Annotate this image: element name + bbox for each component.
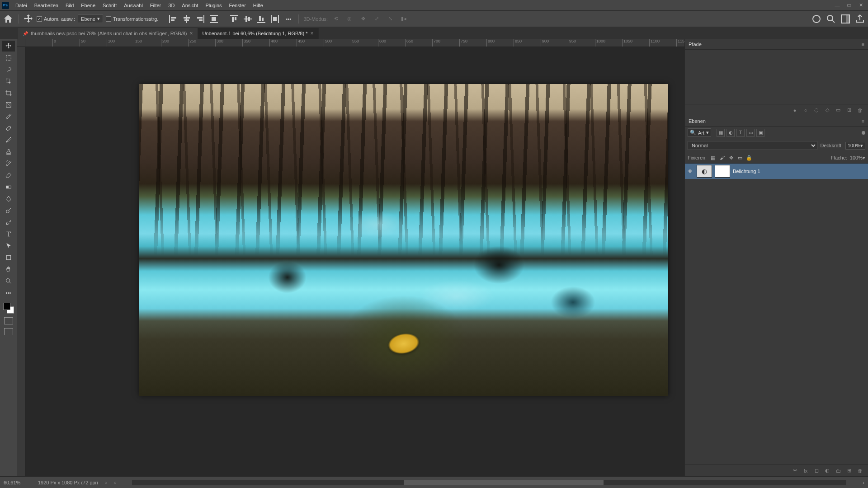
transform-controls-checkbox[interactable]: Transformationsstrg. xyxy=(106,16,158,22)
layer-fx-icon[interactable]: fx xyxy=(802,467,809,474)
filter-smart-icon[interactable]: ▣ xyxy=(756,129,764,137)
menu-hilfe[interactable]: Hilfe xyxy=(250,1,267,10)
align-bottom-icon[interactable] xyxy=(256,14,267,24)
layer-mask-thumb[interactable] xyxy=(715,165,730,178)
new-adjustment-icon[interactable]: ◐ xyxy=(824,467,831,474)
ruler-vertical[interactable] xyxy=(17,47,25,476)
panel-menu-icon[interactable]: ≡ xyxy=(862,42,864,47)
align-center-h-icon[interactable] xyxy=(181,14,192,24)
zoom-tool[interactable] xyxy=(2,276,15,286)
type-tool[interactable] xyxy=(2,229,15,239)
horizontal-scrollbar[interactable] xyxy=(132,480,846,485)
hand-tool[interactable] xyxy=(2,264,15,275)
quickmask-icon[interactable] xyxy=(4,317,13,324)
eraser-tool[interactable] xyxy=(2,170,15,181)
filter-toggle[interactable] xyxy=(862,131,865,135)
fill-input[interactable]: 100%▾ xyxy=(850,155,865,161)
ruler-origin[interactable] xyxy=(17,39,25,47)
lock-artboard-icon[interactable]: ▭ xyxy=(736,154,744,161)
auto-select-target-dropdown[interactable]: Ebene ▾ xyxy=(78,14,103,23)
menu-ebene[interactable]: Ebene xyxy=(77,1,99,10)
marquee-tool[interactable] xyxy=(2,52,15,63)
align-top-icon[interactable] xyxy=(229,14,240,24)
tab-close-icon[interactable]: × xyxy=(189,30,193,37)
move-tool[interactable] xyxy=(2,41,15,52)
frame-tool[interactable] xyxy=(2,99,15,110)
eyedropper-tool[interactable] xyxy=(2,111,15,122)
menu-schrift[interactable]: Schrift xyxy=(99,1,120,10)
share-icon[interactable] xyxy=(854,14,865,24)
menu-bild[interactable]: Bild xyxy=(62,1,77,10)
home-icon[interactable] xyxy=(3,14,14,24)
layer-row[interactable]: 👁 ◐ Belichtung 1 xyxy=(685,164,868,179)
more-options-icon[interactable]: ••• xyxy=(283,14,294,24)
menu-filter[interactable]: Filter xyxy=(146,1,165,10)
camera-3d-icon[interactable]: ▮◂ xyxy=(398,14,409,24)
path-to-selection-icon[interactable]: ◌ xyxy=(813,107,820,114)
make-workpath-icon[interactable]: ◇ xyxy=(824,107,831,114)
menu-datei[interactable]: Datei xyxy=(12,1,31,10)
paths-panel-tab[interactable]: Pfade ≡ xyxy=(685,39,868,50)
delete-path-icon[interactable]: 🗑 xyxy=(856,107,863,114)
dodge-tool[interactable] xyxy=(2,205,15,216)
menu-auswahl[interactable]: Auswahl xyxy=(120,1,146,10)
new-group-icon[interactable]: 🗀 xyxy=(835,467,842,474)
add-mask-icon[interactable]: ▭ xyxy=(835,107,842,114)
slide-3d-icon[interactable]: ⤢ xyxy=(371,14,382,24)
doc-info-chevron-icon[interactable]: › xyxy=(105,480,107,485)
stroke-path-icon[interactable]: ○ xyxy=(802,107,809,114)
paths-panel-body[interactable] xyxy=(685,50,868,104)
window-maximize-button[interactable]: ▭ xyxy=(844,1,854,9)
shape-tool[interactable] xyxy=(2,252,15,263)
layer-list[interactable]: 👁 ◐ Belichtung 1 xyxy=(685,164,868,465)
link-layers-icon[interactable]: ⚯ xyxy=(791,467,798,474)
align-left-icon[interactable] xyxy=(168,14,179,24)
align-right-icon[interactable] xyxy=(195,14,206,24)
foreground-color-swatch[interactable] xyxy=(3,303,10,310)
layer-thumb[interactable]: ◐ xyxy=(697,165,712,178)
panel-menu-icon[interactable]: ≡ xyxy=(862,118,864,124)
distribute-v-icon[interactable] xyxy=(269,14,280,24)
screenmode-icon[interactable] xyxy=(4,328,13,335)
lock-position-icon[interactable]: ✥ xyxy=(727,154,735,161)
distribute-h-icon[interactable] xyxy=(208,14,219,24)
blend-mode-dropdown[interactable]: Normal xyxy=(688,141,817,150)
add-mask-icon[interactable]: ◻ xyxy=(813,467,820,474)
scroll-right-icon[interactable]: › xyxy=(863,480,864,485)
zoom-level-input[interactable]: 60,61% xyxy=(4,480,31,485)
lock-transparency-icon[interactable]: ▦ xyxy=(709,154,717,161)
orbit-3d-icon[interactable]: ⟲ xyxy=(330,14,341,24)
menu-ansicht[interactable]: Ansicht xyxy=(178,1,202,10)
gradient-tool[interactable] xyxy=(2,182,15,192)
workspace-icon[interactable] xyxy=(840,14,851,24)
layer-name[interactable]: Belichtung 1 xyxy=(733,169,760,174)
window-close-button[interactable]: ✕ xyxy=(855,1,866,9)
filter-shape-icon[interactable]: ▭ xyxy=(746,129,755,137)
pan-3d-icon[interactable]: ✥ xyxy=(358,14,368,24)
delete-layer-icon[interactable]: 🗑 xyxy=(856,467,863,474)
filter-type-icon[interactable]: T xyxy=(736,129,745,137)
search-icon[interactable] xyxy=(826,14,836,24)
filter-adjust-icon[interactable]: ◐ xyxy=(726,129,735,137)
filter-pixel-icon[interactable]: ▦ xyxy=(717,129,725,137)
menu-fenster[interactable]: Fenster xyxy=(226,1,250,10)
tab-close-icon[interactable]: × xyxy=(310,30,313,37)
new-layer-icon[interactable]: ⊞ xyxy=(845,467,853,474)
layer-visibility-icon[interactable]: 👁 xyxy=(688,169,694,174)
layers-panel-tab[interactable]: Ebenen ≡ xyxy=(685,116,868,127)
scroll-left-icon[interactable]: ‹ xyxy=(114,480,116,485)
menu-bearbeiten[interactable]: Bearbeiten xyxy=(31,1,62,10)
align-center-v-icon[interactable] xyxy=(242,14,253,24)
roll-3d-icon[interactable]: ◎ xyxy=(344,14,355,24)
layer-filter-dropdown[interactable]: 🔍 Art ▾ xyxy=(688,128,711,137)
menu-plugins[interactable]: Plugins xyxy=(202,1,225,10)
cloud-docs-icon[interactable] xyxy=(811,14,822,24)
crop-tool[interactable] xyxy=(2,88,15,99)
stamp-tool[interactable] xyxy=(2,146,15,157)
fill-path-icon[interactable]: ● xyxy=(791,107,798,114)
blur-tool[interactable] xyxy=(2,193,15,204)
scale-3d-icon[interactable]: ⤡ xyxy=(385,14,396,24)
new-path-icon[interactable]: ⊞ xyxy=(845,107,853,114)
scrollbar-thumb[interactable] xyxy=(404,480,604,485)
brush-tool[interactable] xyxy=(2,135,15,145)
